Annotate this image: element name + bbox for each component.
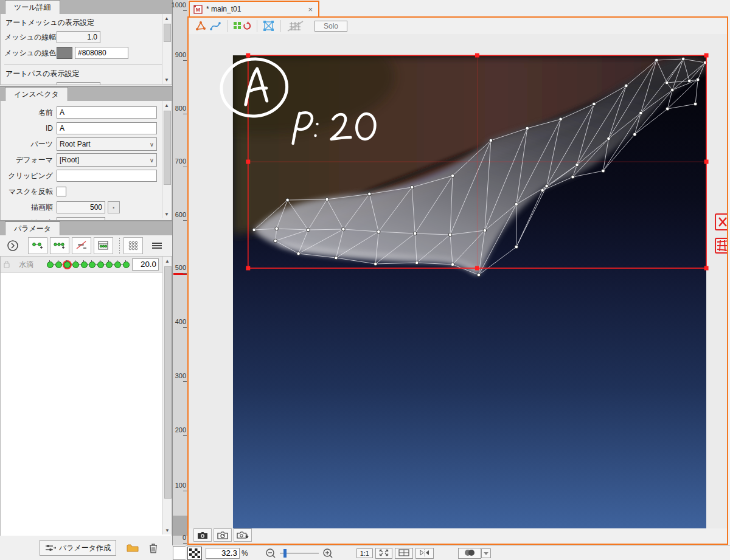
mesh-vertex[interactable] (687, 79, 691, 83)
mesh-vertex[interactable] (483, 229, 487, 232)
checker-background-button[interactable] (187, 547, 202, 560)
mesh-vertex[interactable] (252, 228, 256, 232)
zoom-out-icon[interactable] (265, 548, 276, 559)
mesh-line-color-swatch[interactable] (57, 47, 72, 59)
mesh-vertex[interactable] (275, 227, 279, 230)
scroll-down-icon[interactable]: ▼ (162, 75, 171, 84)
parameter-key-dot[interactable] (97, 261, 104, 268)
deformer-select[interactable]: [Root] ∨ (57, 153, 157, 167)
red-close-box-icon[interactable] (715, 214, 727, 230)
zoom-slider[interactable] (280, 553, 319, 554)
grid-toggle-icon[interactable] (285, 20, 306, 32)
zoom-slider-handle[interactable] (283, 549, 287, 558)
zoom-percent-input[interactable] (206, 548, 240, 559)
mesh-vertex[interactable] (335, 256, 338, 260)
mesh-vertex[interactable] (286, 198, 290, 202)
blend-dropdown-icon[interactable] (481, 548, 491, 558)
red-grid-box-icon[interactable] (715, 238, 727, 253)
mesh-vertex[interactable] (633, 133, 637, 136)
expand-circle-icon[interactable] (4, 238, 22, 254)
mesh-vertex[interactable] (377, 230, 381, 233)
mesh-line-color-input[interactable] (75, 47, 128, 59)
id-input[interactable] (57, 122, 157, 134)
parameter-key-dot[interactable] (55, 261, 62, 268)
inspector-scrollbar[interactable]: ▲ ▼ (162, 101, 171, 218)
scrollbar-thumb[interactable] (164, 24, 171, 42)
mesh-vertex[interactable] (655, 58, 658, 62)
mesh-vertex[interactable] (368, 192, 372, 196)
invert-mask-checkbox[interactable] (57, 187, 66, 196)
mesh-vertex[interactable] (602, 169, 605, 173)
scroll-up-icon[interactable]: ▲ (162, 14, 171, 22)
mesh-vertex[interactable] (342, 227, 346, 231)
fit-view-button[interactable] (375, 548, 392, 559)
mesh-vertex[interactable] (541, 188, 544, 192)
parameter-scrollbar[interactable]: ▲ ▼ (162, 257, 172, 534)
parameter-row[interactable]: 水滴 (1, 257, 172, 273)
scroll-down-icon[interactable]: ▼ (162, 210, 171, 218)
parameter-key-dot[interactable] (123, 261, 130, 268)
mesh-vertex[interactable] (274, 239, 277, 243)
mesh-vertex[interactable] (297, 252, 301, 255)
parameter-key-dot[interactable] (81, 261, 88, 268)
parameter-key-dot[interactable] (89, 261, 96, 268)
mesh-vertex[interactable] (451, 174, 454, 178)
mesh-vertex[interactable] (670, 88, 674, 92)
mesh-vertex[interactable] (681, 57, 685, 61)
mesh-vertex[interactable] (571, 175, 575, 179)
scroll-up-icon[interactable]: ▲ (163, 257, 172, 265)
remove-key-button[interactable] (72, 237, 91, 254)
mesh-vertex[interactable] (607, 137, 611, 140)
select-keys-button[interactable] (123, 237, 143, 254)
draw-order-input[interactable] (57, 201, 105, 213)
tab-inspector[interactable]: インスペクタ (5, 87, 68, 101)
add-three-keys-button[interactable] (50, 237, 69, 254)
scroll-up-icon[interactable]: ▲ (162, 101, 171, 109)
mesh-vertex[interactable] (593, 102, 596, 106)
mesh-vertex[interactable] (639, 111, 643, 115)
mesh-vertex[interactable] (515, 245, 518, 249)
draw-order-aux-button[interactable]: ▪ (108, 201, 120, 213)
mesh-vertex[interactable] (515, 202, 518, 206)
camera-export-icon[interactable] (234, 528, 252, 542)
mesh-vertex[interactable] (477, 273, 481, 277)
close-icon[interactable]: × (306, 5, 315, 14)
mesh-vertex[interactable] (307, 228, 310, 232)
mesh-line-width-input[interactable] (57, 31, 100, 43)
mesh-vertex[interactable] (559, 117, 563, 121)
tool-detail-scrollbar[interactable]: ▲ ▼ (162, 14, 171, 84)
mesh-vertex[interactable] (325, 198, 329, 201)
parameter-key-dot[interactable] (47, 261, 54, 268)
mesh-vertex[interactable] (693, 102, 697, 106)
add-two-keys-button[interactable] (28, 237, 47, 254)
mesh-vertex[interactable] (666, 107, 669, 111)
mesh-vertex[interactable] (489, 139, 493, 142)
mesh-vertex[interactable] (526, 126, 529, 130)
mesh-vertex[interactable] (448, 233, 452, 237)
mesh-vertex[interactable] (665, 81, 669, 85)
parameter-key-slider[interactable] (46, 260, 128, 269)
canvas-viewport[interactable] (189, 34, 727, 528)
mesh-vertex[interactable] (545, 184, 549, 188)
mesh-vertex[interactable] (625, 84, 628, 88)
tab-tool-detail[interactable]: ツール詳細 (5, 0, 60, 14)
parameter-value-input[interactable] (132, 258, 159, 271)
clipping-input[interactable] (57, 170, 157, 182)
mesh-vertex[interactable] (696, 78, 700, 81)
deformer-tool-icon[interactable] (232, 21, 252, 32)
create-parameter-button[interactable]: パラメータ作成 (40, 540, 116, 556)
parameter-key-dot[interactable] (106, 261, 113, 268)
scrollbar-thumb[interactable] (164, 266, 172, 499)
parameter-key-dot[interactable] (72, 261, 79, 268)
scroll-down-icon[interactable]: ▼ (163, 526, 172, 534)
tab-parameter[interactable]: パラメータ (5, 221, 60, 235)
mesh-vertex[interactable] (374, 262, 378, 266)
zoom-1-1-button[interactable]: 1:1 (356, 548, 373, 558)
document-tab[interactable]: M * main_t01 × (189, 1, 319, 16)
folder-icon[interactable] (125, 541, 141, 555)
camera-icon[interactable] (193, 528, 212, 542)
menu-icon[interactable] (148, 238, 166, 254)
path-edit-tool-icon[interactable] (208, 21, 223, 32)
mesh-vertex[interactable] (575, 163, 579, 167)
transform-box-tool-icon[interactable] (262, 21, 276, 32)
